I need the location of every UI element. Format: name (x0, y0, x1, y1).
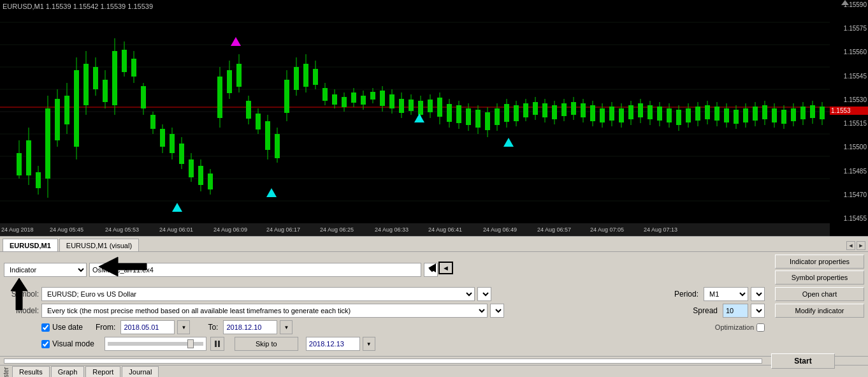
visual-mode-row: Visual mode Skip to ▼ (4, 337, 864, 351)
svg-rect-83 (361, 96, 366, 105)
tab-next-btn[interactable]: ► (857, 241, 865, 250)
svg-rect-89 (389, 94, 394, 108)
period-select[interactable]: M1 (704, 287, 748, 301)
symbol-properties-button[interactable]: Symbol properties (775, 270, 864, 285)
svg-rect-37 (141, 86, 146, 108)
svg-rect-11 (17, 153, 22, 175)
to-date-picker[interactable]: ▼ (280, 320, 293, 334)
svg-rect-65 (275, 134, 280, 158)
from-label: From: (96, 323, 115, 332)
price-level-9: 1.15470 (831, 191, 867, 198)
price-level-1: 1.15590 (831, 1, 867, 8)
svg-rect-61 (256, 114, 261, 129)
model-select[interactable]: Every tick (the most precise method base… (41, 304, 488, 318)
svg-rect-153 (695, 107, 700, 121)
time-label-9: 24 Aug 06:49 (483, 226, 517, 233)
bottom-tab-journal[interactable]: Journal (122, 366, 159, 378)
from-date-input[interactable] (120, 320, 175, 334)
skip-to-button[interactable]: Skip to (235, 337, 298, 351)
price-level-2: 1.15575 (831, 25, 867, 32)
svg-rect-69 (294, 67, 299, 90)
time-label-11: 24 Aug 07:05 (590, 226, 624, 233)
svg-rect-85 (370, 92, 375, 100)
svg-marker-180 (231, 37, 241, 46)
pause-button[interactable] (210, 337, 224, 351)
arrow-annotation: ◄ (428, 262, 453, 274)
svg-rect-97 (428, 100, 433, 112)
tab-prev-btn[interactable]: ◄ (846, 241, 855, 250)
price-level-3: 1.15560 (831, 48, 867, 55)
svg-rect-41 (160, 129, 165, 147)
pause-icon-bar1 (215, 341, 217, 347)
svg-rect-115 (514, 105, 519, 121)
optimization-checkbox-label[interactable]: Optimization (715, 323, 765, 332)
visual-mode-checkbox-label[interactable]: Visual mode (41, 339, 94, 348)
modify-indicator-button[interactable]: Modify indicator (775, 304, 864, 318)
tabs-bar: EURUSD,M1 EURUSD,M1 (visual) ◄ ► (0, 236, 868, 251)
svg-rect-107 (475, 110, 481, 128)
time-axis: 24 Aug 2018 24 Aug 05:45 24 Aug 05:53 24… (0, 223, 830, 236)
svg-rect-101 (447, 104, 452, 122)
time-label-1: 24 Aug 05:45 (50, 226, 83, 233)
svg-marker-183 (414, 114, 424, 122)
symbol-select[interactable]: EURUSD; Euro vs US Dollar (41, 287, 475, 301)
svg-rect-35 (131, 59, 136, 77)
visual-speed-slider[interactable] (105, 337, 206, 351)
skip-to-date-picker[interactable]: ▼ (363, 337, 375, 351)
visual-mode-checkbox[interactable] (41, 340, 50, 348)
bottom-tab-graph[interactable]: Graph (51, 366, 85, 378)
svg-rect-99 (437, 98, 442, 117)
indicator-properties-button[interactable]: Indicator properties (775, 255, 864, 269)
filename-input[interactable] (89, 263, 421, 277)
price-level-7: 1.15500 (831, 144, 867, 151)
svg-rect-33 (122, 50, 127, 72)
bottom-tab-results[interactable]: Results (12, 366, 50, 378)
from-date-picker[interactable]: ▼ (177, 320, 190, 334)
current-price-label: 1.1553 (830, 107, 868, 115)
indicator-row: Indicator ◄ ▼ Indicator properties Symbo… (4, 255, 864, 285)
progress-bar-area: Start (0, 356, 868, 365)
svg-rect-157 (714, 107, 720, 121)
svg-rect-95 (418, 101, 423, 115)
svg-rect-55 (227, 70, 232, 93)
chart-title: EURUSD,M1 1.15539 1.15542 1.15539 1.1553… (3, 3, 153, 10)
slider-thumb[interactable] (187, 339, 194, 348)
svg-rect-167 (762, 105, 767, 119)
date-row: Use date From: ▼ To: ▼ Optimization (4, 320, 864, 334)
model-row: Model: Every tick (the most precise meth… (4, 304, 864, 318)
model-label: Model: (4, 306, 39, 315)
period-dropdown[interactable]: ▼ (751, 287, 765, 301)
use-date-checkbox-label[interactable]: Use date (41, 323, 83, 332)
use-date-checkbox[interactable] (41, 323, 50, 332)
svg-rect-119 (533, 102, 538, 115)
svg-rect-131 (590, 105, 595, 121)
svg-rect-19 (55, 99, 60, 140)
open-chart-button[interactable]: Open chart (775, 287, 864, 301)
svg-rect-177 (810, 105, 815, 118)
progress-track (4, 359, 762, 364)
svg-rect-71 (303, 64, 308, 87)
indicator-type-select[interactable]: Indicator (4, 263, 87, 277)
optimization-checkbox[interactable] (756, 323, 765, 332)
svg-rect-53 (217, 77, 222, 118)
svg-marker-184 (503, 138, 514, 147)
svg-rect-109 (485, 112, 490, 130)
svg-rect-75 (322, 88, 328, 101)
svg-rect-137 (619, 108, 624, 122)
bottom-tab-report[interactable]: Report (85, 366, 120, 378)
skip-to-date-input[interactable] (306, 337, 360, 351)
spread-dropdown[interactable]: ▼ (751, 304, 765, 318)
tab-eurusd-m1[interactable]: EURUSD,M1 (3, 239, 58, 251)
price-level-10: 1.15455 (831, 215, 867, 222)
svg-rect-179 (820, 107, 825, 119)
svg-rect-147 (667, 108, 672, 122)
model-dropdown[interactable]: ▼ (490, 304, 504, 318)
tab-eurusd-m1-visual[interactable]: EURUSD,M1 (visual) (59, 239, 139, 251)
svg-rect-73 (313, 69, 318, 85)
to-date-input[interactable] (223, 320, 277, 334)
pause-icon-bar2 (218, 341, 220, 347)
symbol-dropdown[interactable]: ▼ (477, 287, 491, 301)
spread-input[interactable] (723, 304, 748, 318)
spread-label: Spread (693, 306, 718, 315)
start-button[interactable]: Start (771, 353, 835, 369)
